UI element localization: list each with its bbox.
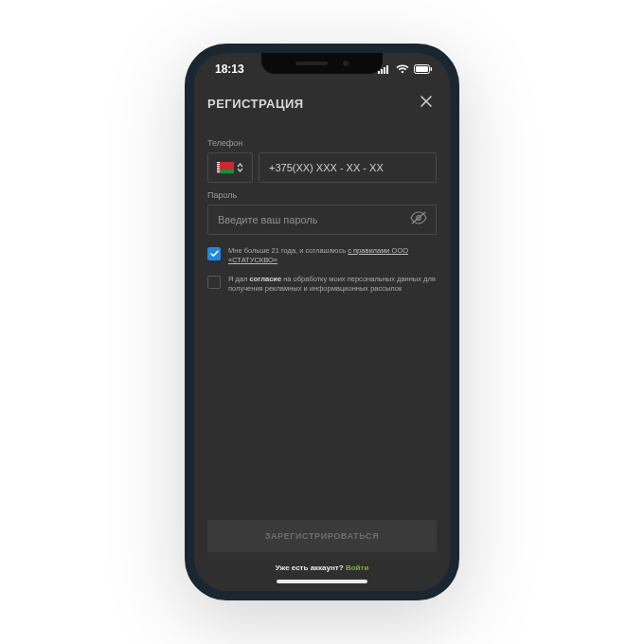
password-label: Пароль — [207, 190, 437, 200]
svg-rect-3 — [386, 65, 388, 74]
close-icon — [420, 95, 433, 108]
svg-rect-1 — [381, 69, 383, 74]
page-title: РЕГИСТРАЦИЯ — [207, 97, 304, 111]
login-link[interactable]: Войти — [346, 564, 368, 572]
svg-point-4 — [402, 71, 403, 73]
eye-off-icon — [410, 211, 427, 224]
phone-frame: 18:13 РЕГИСТРАЦИЯ Телефон — [185, 44, 459, 600]
status-time: 18:13 — [215, 63, 244, 76]
phone-screen: 18:13 РЕГИСТРАЦИЯ Телефон — [194, 53, 450, 591]
toggle-password-visibility[interactable] — [406, 207, 431, 232]
home-indicator[interactable] — [277, 580, 367, 583]
phone-input[interactable] — [259, 152, 437, 183]
close-button[interactable] — [416, 91, 437, 116]
agree-rules-checkbox[interactable] — [207, 247, 221, 260]
agree-rules-text: Мне больше 21 года, и соглашаюсь с прави… — [228, 246, 437, 265]
belarus-flag-icon — [217, 162, 234, 173]
checkmark-icon — [210, 250, 219, 258]
battery-icon — [414, 64, 433, 74]
svg-rect-6 — [416, 66, 428, 72]
country-code-select[interactable] — [207, 152, 253, 183]
agree-marketing-checkbox[interactable] — [207, 276, 221, 289]
svg-rect-7 — [431, 67, 433, 71]
modal-header: РЕГИСТРАЦИЯ — [194, 85, 450, 127]
register-button[interactable]: ЗАРЕГИСТРИРОВАТЬСЯ — [207, 520, 437, 552]
svg-rect-2 — [384, 67, 385, 74]
svg-rect-0 — [378, 71, 380, 74]
wifi-icon — [396, 64, 409, 74]
password-input[interactable] — [207, 205, 437, 235]
phone-label: Телефон — [207, 138, 437, 148]
agree-marketing-text: Я дал согласие на обработку моих персона… — [228, 275, 437, 294]
device-notch — [261, 53, 383, 74]
select-chevrons-icon — [237, 163, 243, 172]
registration-form: Телефон Пароль — [194, 127, 450, 520]
bottom-area: ЗАРЕГИСТРИРОВАТЬСЯ Уже есть аккаунт? Вой… — [194, 520, 450, 591]
login-prompt: Уже есть аккаунт? Войти — [207, 564, 437, 572]
